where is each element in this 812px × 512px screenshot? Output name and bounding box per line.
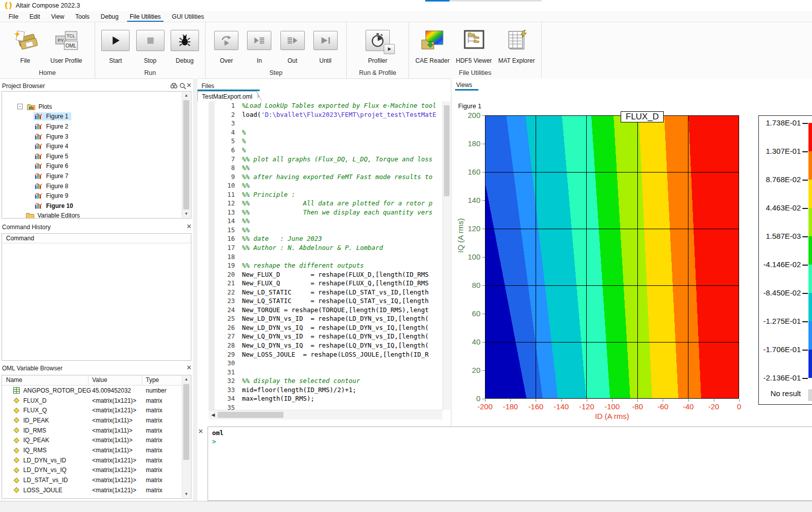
table-row[interactable]: IQ_RMS<matrix(1x11)>matrix	[2, 445, 182, 455]
project-browser-close-icon[interactable]: ✕	[186, 81, 192, 89]
code-line: 18	[215, 252, 442, 261]
scroll-down-icon[interactable]: ▼	[182, 210, 190, 218]
plots-folder-icon	[27, 103, 35, 110]
menu-item-edit[interactable]: Edit	[24, 11, 46, 22]
debug-button[interactable]: Debug	[171, 24, 199, 64]
menu-item-debug[interactable]: Debug	[95, 11, 124, 22]
profiler-button[interactable]: Profiler	[366, 24, 390, 64]
tree-item-figure-5[interactable]: Figure 5	[2, 151, 182, 161]
table-row[interactable]: LD_DYN_vs_IQ<matrix(1x121)>matrix	[2, 465, 182, 476]
editor-tab[interactable]: TestMatExport.oml ✕	[197, 91, 262, 101]
table-row[interactable]: LOSS_JOULE<matrix(1x121)>matrix	[2, 485, 182, 495]
code-line: 35	[215, 403, 442, 410]
svg-text:OML: OML	[65, 43, 76, 49]
ribbon-group-label: Run & Profile	[347, 69, 409, 78]
menu-item-tools[interactable]: Tools	[70, 11, 95, 22]
line-number: 32	[215, 377, 242, 385]
x-tick-label: -80	[624, 402, 651, 411]
line-number: 33	[215, 386, 242, 394]
scroll-left-icon[interactable]: ◀	[209, 412, 218, 417]
table-row[interactable]: LD_STAT_vs_ID<matrix(1x121)>matrix	[2, 475, 182, 485]
tree-item-label: Figure 8	[46, 183, 68, 190]
line-number: 26	[215, 324, 242, 331]
scrollbar-thumb[interactable]	[444, 105, 450, 196]
legend-tick-mark	[802, 123, 808, 124]
table-row[interactable]: FLUX_D<matrix(1x121)>matrix	[2, 396, 182, 406]
column-type[interactable]: Type	[146, 376, 159, 383]
cae-reader-button[interactable]: CAE Reader	[416, 24, 450, 64]
table-row[interactable]: ID_RMS<matrix(1x11)>matrix	[2, 425, 182, 436]
y-tick-mark	[482, 342, 485, 343]
editor-tab-close-icon[interactable]: ✕	[256, 93, 261, 100]
cae-reader-icon	[421, 24, 444, 57]
code-line: 7%% plot all graphs (Flux_DQ, L_DQ, Torq…	[215, 154, 442, 163]
hdf5-viewer-button[interactable]: HDF5 Viewer	[456, 24, 492, 64]
table-row[interactable]: LD_DYN_vs_ID<matrix(1x121)>matrix	[2, 455, 182, 465]
code-token: mid=floor(length(ID_RMS)/2)+1;	[242, 386, 356, 394]
tree-item-figure-7[interactable]: Figure 7	[2, 171, 182, 181]
table-row[interactable]: ID_PEAK<matrix(1x11)>matrix	[2, 415, 182, 425]
file-button[interactable]: File	[13, 24, 38, 64]
over-button[interactable]: Over	[214, 24, 238, 64]
variable-browser-close-icon[interactable]: ✕	[186, 364, 192, 371]
collapse-expander-icon[interactable]: −	[17, 104, 23, 109]
code-line: 26New_LD_DYN_vs_IQ = reshape(LD_DYN_vs_I…	[215, 323, 442, 332]
tree-item-figure-6[interactable]: Figure 6	[2, 161, 182, 172]
in-button[interactable]: In	[247, 24, 271, 64]
command-history-close-icon[interactable]: ✕	[186, 223, 192, 230]
scrollbar-thumb[interactable]	[183, 384, 189, 460]
variable-table-scrollbar[interactable]: ▲ ▼	[182, 376, 190, 498]
oml-command-window[interactable]: oml >	[208, 426, 812, 501]
search-icon[interactable]	[179, 82, 186, 90]
editor-hscrollbar[interactable]: ◀	[209, 410, 442, 419]
stop-button[interactable]: Stop	[136, 24, 165, 64]
splitter-left[interactable]	[193, 78, 197, 501]
table-row[interactable]: IQ_PEAK<matrix(1x11)>matrix	[2, 436, 182, 446]
matrix-diamond-icon	[13, 407, 20, 414]
code-line: 8%%	[215, 163, 442, 173]
project-tree-scrollbar[interactable]: ▲ ▼	[182, 92, 190, 218]
project-browser-panel: −PlotsFigure 1Figure 2Figure 3Figure 4Fi…	[2, 91, 191, 219]
tree-item-variable-editors[interactable]: Variable Editors	[2, 211, 182, 219]
scroll-up-icon[interactable]: ▲	[182, 376, 190, 383]
column-name[interactable]: Name	[6, 376, 22, 383]
code-editor[interactable]: 1%Load LookUp Tables exported by Flux e-…	[215, 101, 442, 410]
tree-item-figure-8[interactable]: Figure 8	[2, 181, 182, 191]
ribbon-button-label: Debug	[176, 57, 193, 64]
tree-item-figure-2[interactable]: Figure 2	[2, 121, 182, 132]
out-button[interactable]: Out	[280, 24, 305, 64]
tree-item-figure-3[interactable]: Figure 3	[2, 132, 182, 142]
line-number: 21	[215, 279, 242, 287]
table-row[interactable]: FLUX_Q<matrix(1x121)>matrix	[2, 405, 182, 415]
menu-item-view[interactable]: View	[46, 11, 70, 22]
start-button[interactable]: Start	[101, 24, 130, 64]
y-tick-label: 60	[458, 309, 480, 318]
column-value[interactable]: Value	[92, 376, 107, 383]
editor-vscrollbar[interactable]	[442, 101, 451, 410]
menu-item-gui-utilities[interactable]: GUI Utilities	[167, 11, 210, 22]
scrollbar-thumb[interactable]	[218, 412, 283, 418]
table-row[interactable]: ANGPOS_ROTOR_DEG45.009452032number	[2, 386, 182, 396]
tree-item-plots[interactable]: −Plots	[2, 102, 182, 112]
menu-item-file-utilities[interactable]: File Utilities	[124, 11, 166, 22]
terminal-close-icon[interactable]: ✕	[198, 428, 204, 435]
tree-item-figure-1[interactable]: Figure 1	[2, 112, 182, 122]
variable-value: <matrix(1x11)>	[92, 447, 133, 454]
tree-item-figure-10[interactable]: Figure 10	[2, 201, 182, 211]
matrix-diamond-icon	[13, 427, 20, 434]
tab-label: Figure 4	[455, 93, 477, 100]
ribbon-button-label: HDF5 Viewer	[456, 57, 492, 64]
until-button[interactable]: Until	[313, 24, 338, 64]
legend-tick-mark	[802, 265, 808, 266]
find-in-files-icon[interactable]	[170, 82, 178, 90]
scroll-down-icon[interactable]: ▼	[182, 491, 190, 498]
tree-item-figure-9[interactable]: Figure 9	[2, 191, 182, 201]
menu-item-file[interactable]: File	[3, 11, 24, 22]
scroll-up-icon[interactable]: ▲	[182, 92, 190, 99]
scrollbar-thumb[interactable]	[183, 100, 189, 209]
code-token: %% date : June 2023	[242, 235, 322, 242]
tree-item-figure-4[interactable]: Figure 4	[2, 141, 182, 151]
user-profile-button[interactable]: PYTCLOMLUser Profile	[51, 24, 83, 64]
code-token: %	[242, 137, 246, 145]
mat-explorer-button[interactable]: MAT Explorer	[498, 24, 535, 64]
